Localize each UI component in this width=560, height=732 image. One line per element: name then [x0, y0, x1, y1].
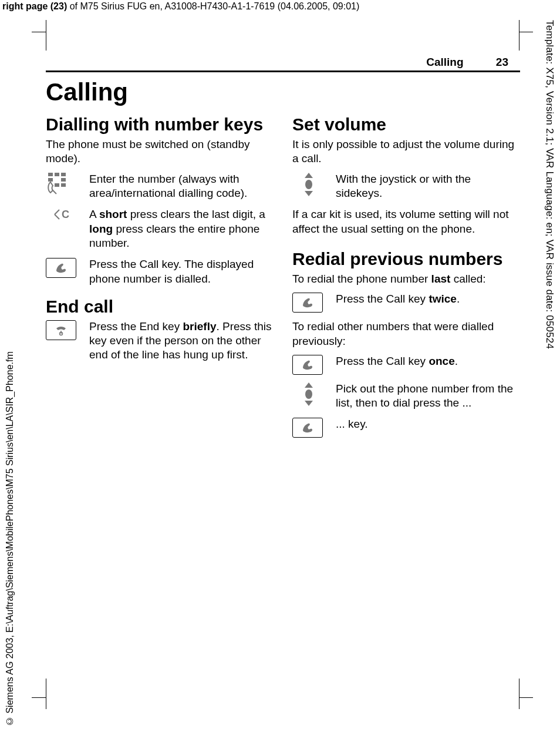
call-key-icon — [46, 258, 76, 278]
call-key-icon — [292, 418, 323, 438]
svg-marker-10 — [305, 173, 313, 178]
crop-mark — [519, 32, 533, 32]
call-key-icon — [292, 355, 323, 375]
keypad-icon — [46, 173, 68, 201]
print-header: right page (23) of M75 Sirius FUG en, A3… — [2, 1, 359, 12]
svg-rect-0 — [48, 173, 53, 176]
instruction-text: Press the Call key. The displayed phone … — [89, 257, 274, 286]
left-column: Dialling with number keys The phone must… — [46, 115, 274, 445]
template-info-right: Template: X75, Version 2.1; VAR Language… — [544, 20, 555, 443]
page-content: Calling 23 Calling Dialling with number … — [46, 56, 520, 445]
instruction-item: ... key. — [292, 417, 520, 438]
section-redial-mid: To redial other numbers that were dialle… — [292, 320, 520, 348]
svg-rect-4 — [61, 178, 66, 182]
section-endcall-title: End call — [46, 297, 274, 316]
svg-rect-3 — [48, 178, 53, 182]
section-redial-title: Redial previous numbers — [292, 249, 520, 268]
section-dialling-title: Dialling with number keys — [46, 115, 274, 134]
crop-mark — [519, 697, 533, 698]
crop-mark — [32, 697, 46, 698]
section-redial-intro: To redial the phone number last called: — [292, 272, 520, 286]
crop-mark — [46, 20, 46, 51]
instruction-item: Press the End key briefly. Press this ke… — [46, 320, 274, 362]
instruction-text: A short press clears the last digit, a l… — [89, 207, 274, 250]
instruction-text: ... key. — [336, 417, 520, 438]
chapter-title: Calling — [46, 78, 520, 106]
clear-c-icon: C — [53, 208, 71, 250]
instruction-text: Press the End key briefly. Press this ke… — [89, 320, 274, 362]
crop-mark — [519, 679, 519, 709]
page-number: 23 — [496, 56, 508, 69]
instruction-text: Enter the number (always with area/inter… — [89, 172, 274, 201]
section-volume-note: If a car kit is used, its volume setting… — [292, 207, 520, 236]
instruction-text: Press the Call key twice. — [336, 292, 520, 313]
running-head: Calling 23 — [46, 56, 520, 72]
instruction-item: Press the Call key twice. — [292, 292, 520, 313]
svg-text:C: C — [62, 209, 69, 220]
instruction-item: Enter the number (always with area/inter… — [46, 172, 274, 201]
svg-point-14 — [305, 389, 312, 399]
svg-marker-15 — [305, 401, 313, 406]
svg-marker-13 — [305, 382, 313, 388]
crop-mark — [32, 32, 46, 32]
print-header-rest: of M75 Sirius FUG en, A31008-H7430-A1-1-… — [67, 1, 359, 11]
instruction-item: With the joystick or with the sidekeys. — [292, 172, 520, 201]
crop-mark — [519, 20, 519, 51]
svg-rect-2 — [61, 173, 66, 176]
right-column: Set volume It is only possible to adjust… — [292, 115, 520, 445]
instruction-item: Press the Call key. The displayed phone … — [46, 257, 274, 286]
instruction-item: Pick out the phone number from the list,… — [292, 382, 520, 411]
running-head-section: Calling — [426, 56, 463, 68]
instruction-text: Press the Call key once. — [336, 354, 520, 375]
section-volume-intro: It is only possible to adjust the volume… — [292, 137, 520, 166]
print-header-bold: right page (23) — [2, 1, 67, 11]
instruction-text: With the joystick or with the sidekeys. — [336, 172, 520, 201]
instruction-item: Press the Call key once. — [292, 354, 520, 375]
svg-rect-5 — [55, 183, 59, 187]
svg-rect-1 — [55, 173, 59, 176]
svg-marker-12 — [305, 191, 313, 196]
svg-rect-6 — [61, 183, 66, 187]
section-dialling-intro: The phone must be switched on (standby m… — [46, 137, 274, 166]
end-key-icon — [46, 320, 76, 340]
section-volume-title: Set volume — [292, 115, 520, 134]
instruction-text: Pick out the phone number from the list,… — [336, 382, 520, 411]
call-key-icon — [292, 293, 323, 313]
joystick-updown-icon — [302, 382, 315, 411]
crop-mark — [46, 679, 46, 709]
copyright-path-left: © Siemens AG 2003, E:\Auftrag\Siemens\Mo… — [5, 274, 15, 726]
joystick-updown-icon — [302, 173, 315, 201]
instruction-item: C A short press clears the last digit, a… — [46, 207, 274, 250]
svg-point-11 — [305, 180, 312, 189]
